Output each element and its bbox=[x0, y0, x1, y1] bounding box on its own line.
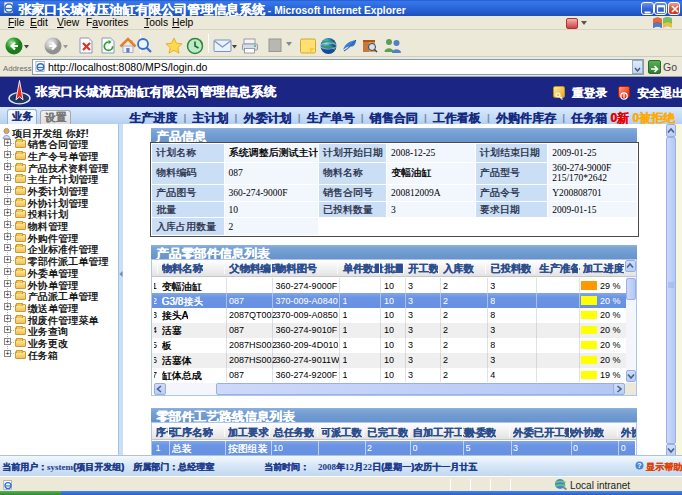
svg-text:?: ? bbox=[637, 462, 641, 469]
